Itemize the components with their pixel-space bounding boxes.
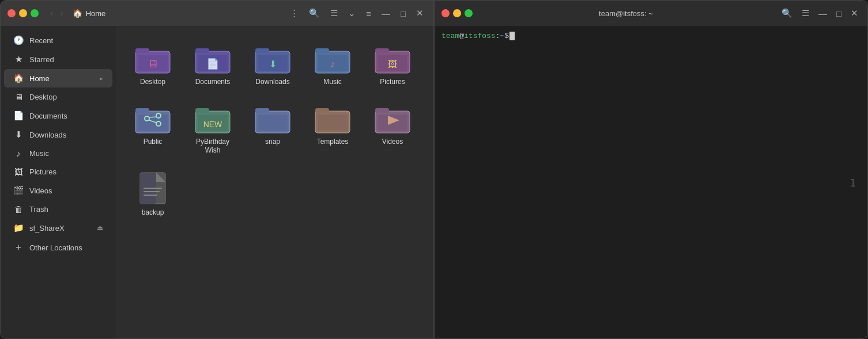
sidebar-item-other-locations[interactable]: + Other Locations <box>4 238 112 257</box>
sidebar-item-music[interactable]: ♪ Music <box>4 144 112 162</box>
sidebar-item-trash[interactable]: 🗑 Trash <box>4 200 112 218</box>
list-item[interactable]: 🖥 Desktop <box>125 37 180 93</box>
terminal-body[interactable]: team @ itsfoss : ~ $ 1 <box>435 26 867 338</box>
terminal-tb-minimize-button[interactable]: — <box>816 7 829 20</box>
folder-icon-music: ♪ <box>314 43 351 74</box>
svg-text:⬇: ⬇ <box>269 59 277 69</box>
terminal-window: team@itsfoss: ~ 🔍 ☰ — □ ✕ team @ itsfoss… <box>434 0 868 339</box>
view-list-button[interactable]: ☰ <box>327 7 341 20</box>
sidebar-label-sf-sharex: sf_ShareX <box>29 224 91 233</box>
svg-text:📄: 📄 <box>206 58 220 70</box>
search-button[interactable]: 🔍 <box>306 7 323 20</box>
list-item[interactable]: ♪ Music <box>305 37 360 93</box>
sidebar-label-music: Music <box>29 149 103 158</box>
file-label: backup <box>142 208 164 218</box>
svg-rect-36 <box>195 108 209 113</box>
sidebar-item-documents[interactable]: 📄 Documents <box>4 106 112 125</box>
list-item[interactable]: 🖼 Pictures <box>365 37 420 93</box>
desktop-sidebar-icon: 🖥 <box>13 92 24 102</box>
sidebar-item-desktop[interactable]: 🖥 Desktop <box>4 88 112 106</box>
sidebar-label-documents: Documents <box>29 112 103 120</box>
videos-sidebar-icon: 🎬 <box>13 185 24 196</box>
svg-rect-57 <box>144 191 160 192</box>
list-item[interactable]: Public <box>125 97 180 161</box>
sidebar-item-starred[interactable]: ★ Starred <box>4 50 112 68</box>
list-item[interactable]: backup <box>125 166 180 223</box>
sidebar-item-recent[interactable]: 🕐 Recent <box>4 31 112 49</box>
sidebar-item-downloads[interactable]: ⬇ Downloads <box>4 125 112 144</box>
file-label: Downloads <box>255 78 289 87</box>
terminal-prompt-line: team @ itsfoss : ~ $ <box>441 32 861 40</box>
svg-rect-7 <box>195 48 209 53</box>
list-item[interactable]: ⬇ Downloads <box>245 37 300 93</box>
file-label: Templates <box>317 138 349 147</box>
svg-rect-42 <box>258 115 288 131</box>
view-dropdown-button[interactable]: ⌄ <box>345 7 358 20</box>
file-label: snap <box>265 138 280 147</box>
sidebar-item-videos[interactable]: 🎬 Videos <box>4 181 112 200</box>
svg-rect-41 <box>255 108 269 113</box>
sidebar-item-sf-sharex[interactable]: 📁 sf_ShareX ⏏ <box>4 219 112 237</box>
back-button[interactable]: ‹ <box>48 7 55 20</box>
folder-icon-documents: 📄 <box>194 43 231 74</box>
list-item[interactable]: 📄 Documents <box>185 37 240 93</box>
svg-rect-46 <box>318 115 348 131</box>
minimize-button[interactable] <box>19 9 27 17</box>
svg-rect-49 <box>375 108 389 113</box>
list-item[interactable]: Templates <box>305 97 360 161</box>
menu-button[interactable]: ⋮ <box>287 7 301 20</box>
sidebar-label-starred: Starred <box>29 55 103 64</box>
svg-rect-45 <box>315 108 329 113</box>
terminal-tb-close-button[interactable]: ✕ <box>848 7 861 20</box>
music-sidebar-icon: ♪ <box>13 148 24 158</box>
cursor-block <box>510 32 515 40</box>
file-label: Desktop <box>140 78 165 87</box>
folder-icon-videos <box>374 103 411 134</box>
terminal-controls: 🔍 ☰ — □ ✕ <box>779 7 861 20</box>
fm-maximize-button[interactable]: □ <box>398 7 409 20</box>
maximize-button[interactable] <box>31 9 39 17</box>
folder-icon-pybirthday: NEW <box>194 103 231 134</box>
terminal-titlebar: team@itsfoss: ~ 🔍 ☰ — □ ✕ <box>435 1 867 26</box>
terminal-tb-maximize-button[interactable]: □ <box>834 7 844 20</box>
trash-sidebar-icon: 🗑 <box>13 204 24 214</box>
fm-minimize-button[interactable]: — <box>379 7 393 20</box>
file-manager-body: 🕐 Recent ★ Starred 🏠 Home ▸ 🖥 Desktop 📄 … <box>1 26 433 338</box>
file-label: Documents <box>195 78 231 87</box>
svg-rect-22 <box>375 48 389 53</box>
view-other-button[interactable]: ≡ <box>363 7 374 20</box>
list-item[interactable]: NEW PyBirthday Wish <box>185 97 240 161</box>
prompt-colon: : <box>496 32 500 40</box>
titlebar-actions: ⋮ 🔍 ☰ ⌄ ≡ — □ ✕ <box>287 7 427 20</box>
close-button[interactable] <box>7 9 16 17</box>
sidebar-label-trash: Trash <box>29 205 103 214</box>
prompt-user: team <box>441 32 459 40</box>
folder-icon-snap <box>254 103 291 134</box>
sidebar-item-home[interactable]: 🏠 Home ▸ <box>4 69 112 87</box>
list-item[interactable]: snap <box>245 97 300 161</box>
downloads-sidebar-icon: ⬇ <box>13 129 24 140</box>
nav-buttons: ‹ › <box>48 7 66 20</box>
prompt-tilde: ~ <box>500 32 504 40</box>
svg-text:♪: ♪ <box>330 58 335 70</box>
prompt-at: @ <box>459 32 464 40</box>
terminal-minimize-button[interactable] <box>453 9 461 17</box>
file-label: Music <box>323 78 341 87</box>
terminal-search-button[interactable]: 🔍 <box>779 7 795 20</box>
file-label: Public <box>144 138 163 147</box>
svg-rect-56 <box>144 188 162 189</box>
sidebar-label-recent: Recent <box>29 36 103 45</box>
eject-icon[interactable]: ⏏ <box>97 224 103 232</box>
starred-icon: ★ <box>13 54 24 64</box>
terminal-close-button[interactable] <box>441 9 450 17</box>
terminal-maximize-button[interactable] <box>465 9 473 17</box>
forward-button[interactable]: › <box>58 7 65 20</box>
terminal-menu-button[interactable]: ☰ <box>799 7 812 20</box>
list-item[interactable]: Videos <box>365 97 420 161</box>
file-label: PyBirthday Wish <box>188 138 237 155</box>
other-locations-icon: + <box>13 242 24 253</box>
folder-icon-templates <box>314 103 351 134</box>
file-label: Videos <box>382 138 403 147</box>
fm-close-button[interactable]: ✕ <box>413 7 427 20</box>
sidebar-item-pictures[interactable]: 🖼 Pictures <box>4 163 112 181</box>
